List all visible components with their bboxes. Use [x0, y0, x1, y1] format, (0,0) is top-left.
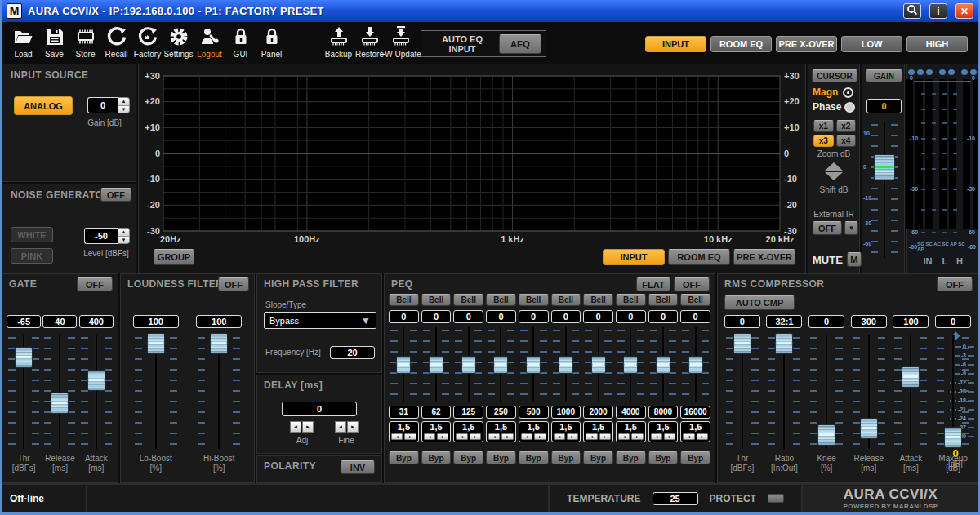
toolbar-item-load[interactable]: Load	[8, 24, 38, 59]
toolbar-item-store[interactable]: Store	[70, 24, 100, 59]
fader-handle[interactable]	[623, 356, 638, 374]
band-q-control[interactable]: 1,5◄►	[680, 421, 710, 442]
fader-handle[interactable]	[944, 427, 962, 448]
q-right-icon[interactable]: ►	[567, 433, 578, 440]
noise-generator-off-button[interactable]: OFF	[100, 188, 131, 202]
q-left-icon[interactable]: ◄	[456, 433, 467, 440]
q-right-icon[interactable]: ►	[631, 433, 643, 440]
graph-tab-room-eq[interactable]: ROOM EQ	[668, 249, 730, 265]
band-bypass-button[interactable]: Byp	[519, 451, 549, 464]
makeup-value[interactable]: 0	[935, 315, 971, 328]
band-type-button[interactable]: Bell	[453, 294, 483, 306]
band-bypass-button[interactable]: Byp	[648, 451, 679, 464]
band-q-control[interactable]: 1,5◄►	[583, 421, 613, 442]
fader-handle[interactable]	[733, 333, 751, 354]
band-q-control[interactable]: 1,5◄►	[551, 421, 581, 442]
gate-off-button[interactable]: OFF	[77, 277, 113, 291]
q-left-icon[interactable]: ◄	[683, 433, 694, 440]
toolbar-item-logout[interactable]: Logout	[194, 24, 225, 59]
cursor-button[interactable]: CURSOR	[812, 69, 858, 82]
toolbar-item-settings[interactable]: Settings	[163, 24, 194, 59]
group-button[interactable]: GROUP	[154, 249, 194, 265]
delay-adj-stepper[interactable]: ◄►	[290, 421, 314, 433]
fader-handle[interactable]	[591, 356, 606, 374]
fader-handle[interactable]	[688, 356, 703, 374]
gain-down-icon[interactable]: ▼	[118, 106, 129, 113]
band-bypass-button[interactable]: Byp	[551, 451, 581, 464]
polarity-inv-button[interactable]: INV	[341, 460, 375, 474]
lo-boost-fader[interactable]	[133, 335, 179, 449]
phase-radio[interactable]	[844, 102, 855, 113]
release-value[interactable]: 300	[851, 315, 887, 328]
hi-boost-value[interactable]: 100	[196, 315, 242, 328]
channel-button-input[interactable]: INPUT	[645, 36, 706, 52]
shift-down-icon[interactable]	[825, 172, 843, 180]
band-bypass-button[interactable]: Byp	[486, 451, 516, 464]
ratio-value[interactable]: 32:1	[766, 315, 802, 328]
band-q-control[interactable]: 1,5◄►	[486, 421, 516, 442]
mute-button[interactable]: M	[847, 252, 862, 267]
fine-right-icon[interactable]: ►	[347, 421, 359, 433]
delay-value[interactable]: 0	[282, 402, 357, 416]
q-left-icon[interactable]: ◄	[521, 433, 532, 440]
band-type-button[interactable]: Bell	[519, 294, 549, 306]
zoom-x2-button[interactable]: x2	[836, 120, 857, 132]
band-gain-value[interactable]: 0	[389, 310, 419, 323]
band-bypass-button[interactable]: Byp	[616, 451, 646, 464]
aeq-button[interactable]: AEQ	[499, 34, 541, 54]
band-type-button[interactable]: Bell	[486, 294, 516, 306]
band-gain-fader[interactable]	[519, 327, 549, 402]
band-gain-value[interactable]: 0	[486, 310, 516, 323]
q-left-icon[interactable]: ◄	[554, 433, 565, 440]
analog-source-button[interactable]: ANALOG	[14, 96, 73, 115]
band-frequency-value[interactable]: 1000	[551, 406, 581, 419]
zoom-x1-button[interactable]: x1	[813, 120, 834, 132]
peq-off-button[interactable]: OFF	[674, 277, 710, 291]
band-gain-value[interactable]: 0	[648, 310, 679, 323]
fader-handle[interactable]	[147, 333, 165, 354]
band-gain-value[interactable]: 0	[616, 310, 646, 323]
band-gain-fader[interactable]	[583, 327, 613, 402]
band-gain-fader[interactable]	[453, 327, 483, 402]
fader-handle[interactable]	[396, 356, 411, 374]
release-fader[interactable]	[42, 335, 77, 449]
delay-fine-stepper[interactable]: ◄►	[335, 421, 359, 433]
band-frequency-value[interactable]: 2000	[583, 406, 613, 419]
fader-handle[interactable]	[429, 356, 443, 374]
zoom-x3-button[interactable]: x3	[813, 135, 834, 147]
auto-cmp-button[interactable]: AUTO CMP	[724, 295, 795, 310]
fader-handle[interactable]	[775, 333, 793, 354]
q-right-icon[interactable]: ►	[697, 433, 708, 440]
q-left-icon[interactable]: ◄	[618, 433, 630, 440]
fader-handle[interactable]	[817, 424, 835, 446]
attack-fader[interactable]	[893, 335, 929, 449]
zoom-window-button[interactable]	[903, 3, 921, 19]
channel-button-room-eq[interactable]: ROOM EQ	[710, 36, 772, 52]
band-gain-value[interactable]: 0	[551, 310, 581, 323]
band-frequency-value[interactable]: 250	[486, 406, 516, 419]
white-noise-button[interactable]: WHITE	[11, 227, 53, 242]
band-gain-fader[interactable]	[389, 327, 419, 402]
q-left-icon[interactable]: ◄	[391, 433, 403, 440]
channel-button-low[interactable]: LOW	[841, 36, 902, 52]
q-right-icon[interactable]: ►	[599, 433, 611, 440]
fader-handle[interactable]	[874, 154, 895, 180]
channel-button-high[interactable]: HIGH	[906, 36, 968, 52]
fader-handle[interactable]	[526, 356, 541, 374]
q-left-icon[interactable]: ◄	[651, 433, 662, 440]
q-right-icon[interactable]: ►	[501, 433, 513, 440]
band-frequency-value[interactable]: 8000	[648, 406, 679, 419]
external-ir-dropdown-icon[interactable]: ▼	[844, 221, 858, 235]
fader-handle[interactable]	[902, 366, 920, 388]
band-gain-value[interactable]: 0	[453, 310, 483, 323]
gain-up-icon[interactable]: ▲	[118, 98, 129, 106]
fader-handle[interactable]	[87, 370, 105, 391]
hi-boost-fader[interactable]	[196, 335, 242, 449]
thr-fader[interactable]	[7, 335, 41, 449]
band-type-button[interactable]: Bell	[421, 294, 452, 306]
fader-handle[interactable]	[51, 393, 69, 414]
gain-fader[interactable]: 100-10-30-60	[869, 122, 900, 258]
release-value[interactable]: 40	[42, 315, 77, 328]
fader-handle[interactable]	[15, 347, 33, 368]
band-type-button[interactable]: Bell	[680, 294, 710, 306]
